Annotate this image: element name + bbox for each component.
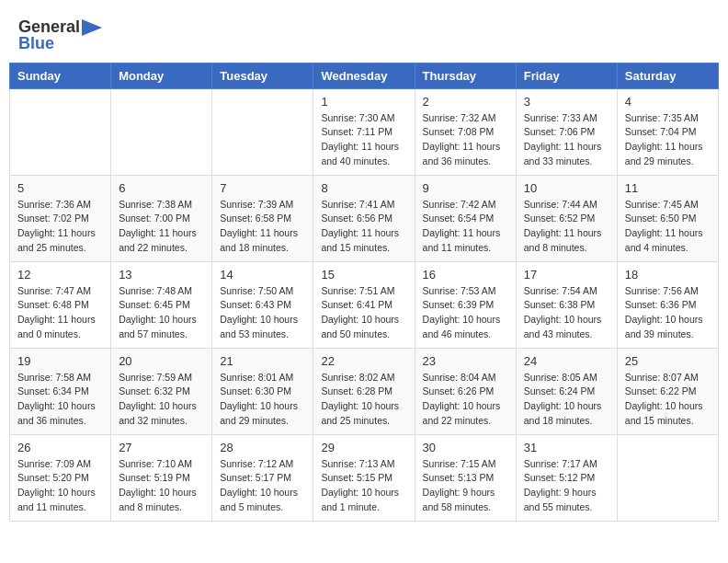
day-info: Sunrise: 8:04 AM Sunset: 6:26 PM Dayligh…	[423, 371, 508, 429]
day-number: 29	[321, 441, 406, 454]
day-number: 23	[423, 354, 508, 368]
day-number: 20	[119, 354, 204, 368]
day-number: 25	[625, 354, 711, 368]
day-info: Sunrise: 8:05 AM Sunset: 6:24 PM Dayligh…	[524, 371, 609, 429]
day-info: Sunrise: 8:01 AM Sunset: 6:30 PM Dayligh…	[220, 371, 305, 429]
calendar-cell: 30Sunrise: 7:15 AM Sunset: 5:13 PM Dayli…	[415, 434, 516, 521]
day-info: Sunrise: 7:13 AM Sunset: 5:15 PM Dayligh…	[321, 457, 406, 515]
day-info: Sunrise: 7:32 AM Sunset: 7:08 PM Dayligh…	[423, 111, 508, 169]
logo-blue-text: Blue	[18, 35, 102, 53]
calendar-cell	[617, 434, 718, 521]
calendar-cell: 31Sunrise: 7:17 AM Sunset: 5:12 PM Dayli…	[516, 434, 617, 521]
day-info: Sunrise: 7:09 AM Sunset: 5:20 PM Dayligh…	[17, 457, 103, 515]
calendar-cell: 13Sunrise: 7:48 AM Sunset: 6:45 PM Dayli…	[111, 261, 212, 348]
day-number: 13	[119, 268, 204, 282]
week-row-5: 26Sunrise: 7:09 AM Sunset: 5:20 PM Dayli…	[10, 434, 719, 521]
weekday-header-thursday: Thursday	[415, 63, 516, 88]
calendar-cell: 14Sunrise: 7:50 AM Sunset: 6:43 PM Dayli…	[212, 261, 313, 348]
calendar-cell: 21Sunrise: 8:01 AM Sunset: 6:30 PM Dayli…	[212, 348, 313, 434]
calendar-cell	[111, 88, 212, 175]
day-info: Sunrise: 7:39 AM Sunset: 6:58 PM Dayligh…	[220, 198, 305, 256]
calendar-cell: 17Sunrise: 7:54 AM Sunset: 6:38 PM Dayli…	[516, 261, 617, 348]
calendar-cell: 11Sunrise: 7:45 AM Sunset: 6:50 PM Dayli…	[617, 175, 718, 261]
day-number: 15	[321, 268, 406, 282]
week-row-1: 1Sunrise: 7:30 AM Sunset: 7:11 PM Daylig…	[10, 88, 719, 175]
calendar-cell: 20Sunrise: 7:59 AM Sunset: 6:32 PM Dayli…	[111, 348, 212, 434]
day-number: 6	[119, 181, 204, 195]
calendar-cell: 6Sunrise: 7:38 AM Sunset: 7:00 PM Daylig…	[111, 175, 212, 261]
calendar-cell: 24Sunrise: 8:05 AM Sunset: 6:24 PM Dayli…	[516, 348, 617, 434]
week-row-4: 19Sunrise: 7:58 AM Sunset: 6:34 PM Dayli…	[10, 348, 719, 434]
day-number: 8	[321, 181, 406, 195]
day-info: Sunrise: 7:44 AM Sunset: 6:52 PM Dayligh…	[524, 198, 609, 256]
calendar-cell: 10Sunrise: 7:44 AM Sunset: 6:52 PM Dayli…	[516, 175, 617, 261]
calendar-cell: 5Sunrise: 7:36 AM Sunset: 7:02 PM Daylig…	[10, 175, 111, 261]
day-number: 31	[524, 441, 609, 454]
day-info: Sunrise: 7:54 AM Sunset: 6:38 PM Dayligh…	[524, 284, 609, 342]
day-info: Sunrise: 7:10 AM Sunset: 5:19 PM Dayligh…	[119, 457, 204, 515]
day-info: Sunrise: 7:59 AM Sunset: 6:32 PM Dayligh…	[119, 371, 204, 429]
calendar-cell: 9Sunrise: 7:42 AM Sunset: 6:54 PM Daylig…	[415, 175, 516, 261]
calendar-cell: 4Sunrise: 7:35 AM Sunset: 7:04 PM Daylig…	[617, 88, 718, 175]
day-number: 9	[423, 181, 508, 195]
calendar-cell: 23Sunrise: 8:04 AM Sunset: 6:26 PM Dayli…	[415, 348, 516, 434]
day-info: Sunrise: 7:51 AM Sunset: 6:41 PM Dayligh…	[321, 284, 406, 342]
weekday-header-monday: Monday	[111, 63, 212, 88]
day-number: 1	[321, 95, 406, 109]
day-number: 21	[220, 354, 305, 368]
calendar-cell: 22Sunrise: 8:02 AM Sunset: 6:28 PM Dayli…	[313, 348, 415, 434]
weekday-header-friday: Friday	[516, 63, 617, 88]
day-number: 10	[524, 181, 609, 195]
day-number: 11	[625, 181, 711, 195]
day-number: 2	[423, 95, 508, 109]
calendar-cell: 15Sunrise: 7:51 AM Sunset: 6:41 PM Dayli…	[313, 261, 415, 348]
weekday-header-row: SundayMondayTuesdayWednesdayThursdayFrid…	[10, 63, 719, 88]
svg-marker-0	[82, 19, 102, 36]
week-row-2: 5Sunrise: 7:36 AM Sunset: 7:02 PM Daylig…	[10, 175, 719, 261]
calendar-cell: 12Sunrise: 7:47 AM Sunset: 6:48 PM Dayli…	[10, 261, 111, 348]
calendar-cell: 29Sunrise: 7:13 AM Sunset: 5:15 PM Dayli…	[313, 434, 415, 521]
weekday-header-tuesday: Tuesday	[212, 63, 313, 88]
day-number: 24	[524, 354, 609, 368]
day-info: Sunrise: 7:12 AM Sunset: 5:17 PM Dayligh…	[220, 457, 305, 515]
calendar-table: SundayMondayTuesdayWednesdayThursdayFrid…	[9, 63, 719, 522]
header: General Blue	[9, 9, 719, 58]
day-info: Sunrise: 7:38 AM Sunset: 7:00 PM Dayligh…	[119, 198, 204, 256]
day-number: 19	[17, 354, 103, 368]
day-info: Sunrise: 8:02 AM Sunset: 6:28 PM Dayligh…	[321, 371, 406, 429]
day-number: 3	[524, 95, 609, 109]
weekday-header-saturday: Saturday	[617, 63, 718, 88]
day-info: Sunrise: 7:45 AM Sunset: 6:50 PM Dayligh…	[625, 198, 711, 256]
calendar-cell: 19Sunrise: 7:58 AM Sunset: 6:34 PM Dayli…	[10, 348, 111, 434]
day-info: Sunrise: 7:17 AM Sunset: 5:12 PM Dayligh…	[524, 457, 609, 515]
weekday-header-wednesday: Wednesday	[313, 63, 415, 88]
day-number: 7	[220, 181, 305, 195]
day-info: Sunrise: 8:07 AM Sunset: 6:22 PM Dayligh…	[625, 371, 711, 429]
day-number: 4	[625, 95, 711, 109]
day-number: 22	[321, 354, 406, 368]
day-info: Sunrise: 7:58 AM Sunset: 6:34 PM Dayligh…	[17, 371, 103, 429]
day-number: 18	[625, 268, 711, 282]
day-info: Sunrise: 7:50 AM Sunset: 6:43 PM Dayligh…	[220, 284, 305, 342]
calendar-cell: 28Sunrise: 7:12 AM Sunset: 5:17 PM Dayli…	[212, 434, 313, 521]
logo: General Blue	[18, 18, 102, 53]
day-info: Sunrise: 7:42 AM Sunset: 6:54 PM Dayligh…	[423, 198, 508, 256]
calendar-cell: 3Sunrise: 7:33 AM Sunset: 7:06 PM Daylig…	[516, 88, 617, 175]
calendar-cell: 16Sunrise: 7:53 AM Sunset: 6:39 PM Dayli…	[415, 261, 516, 348]
logo-container: General Blue	[18, 18, 102, 53]
day-info: Sunrise: 7:35 AM Sunset: 7:04 PM Dayligh…	[625, 111, 711, 169]
day-number: 17	[524, 268, 609, 282]
day-number: 27	[119, 441, 204, 454]
calendar-cell: 7Sunrise: 7:39 AM Sunset: 6:58 PM Daylig…	[212, 175, 313, 261]
calendar-cell: 27Sunrise: 7:10 AM Sunset: 5:19 PM Dayli…	[111, 434, 212, 521]
day-info: Sunrise: 7:36 AM Sunset: 7:02 PM Dayligh…	[17, 198, 103, 256]
day-info: Sunrise: 7:41 AM Sunset: 6:56 PM Dayligh…	[321, 198, 406, 256]
calendar-cell: 25Sunrise: 8:07 AM Sunset: 6:22 PM Dayli…	[617, 348, 718, 434]
day-info: Sunrise: 7:48 AM Sunset: 6:45 PM Dayligh…	[119, 284, 204, 342]
day-number: 5	[17, 181, 103, 195]
calendar-cell: 2Sunrise: 7:32 AM Sunset: 7:08 PM Daylig…	[415, 88, 516, 175]
day-info: Sunrise: 7:33 AM Sunset: 7:06 PM Dayligh…	[524, 111, 609, 169]
day-info: Sunrise: 7:47 AM Sunset: 6:48 PM Dayligh…	[17, 284, 103, 342]
weekday-header-sunday: Sunday	[10, 63, 111, 88]
day-number: 12	[17, 268, 103, 282]
